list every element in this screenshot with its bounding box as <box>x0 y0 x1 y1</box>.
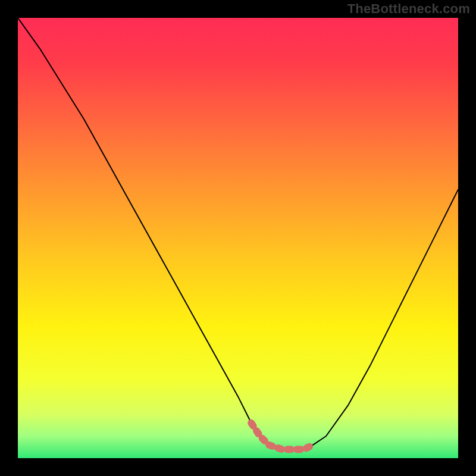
watermark-label: TheBottleneck.com <box>347 1 470 17</box>
chart-frame: TheBottleneck.com <box>0 0 476 476</box>
gradient-background <box>18 18 458 458</box>
plot-svg <box>18 18 458 458</box>
plot-area <box>18 18 458 458</box>
